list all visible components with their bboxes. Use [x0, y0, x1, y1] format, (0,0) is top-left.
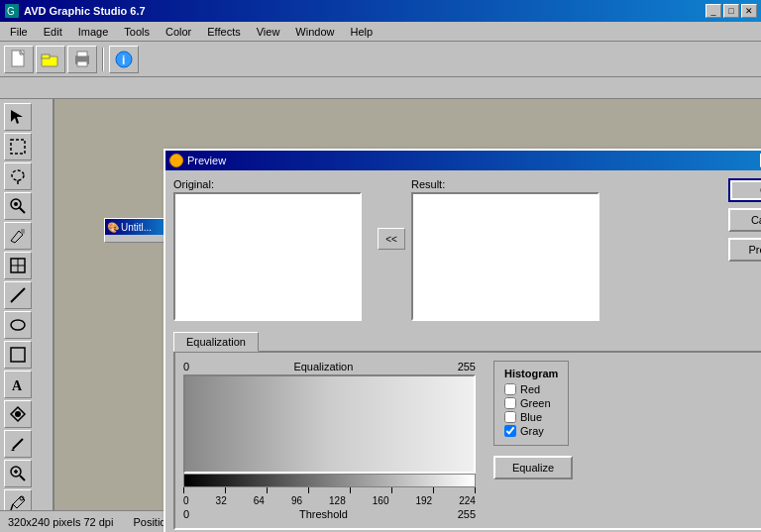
label-gray: Gray: [520, 425, 544, 437]
threshold-row: 0 Threshold 255: [183, 508, 476, 520]
menu-tools[interactable]: Tools: [116, 24, 158, 40]
status-dimensions: 320x240 pixels 72 dpi: [8, 516, 113, 528]
equalize-btn[interactable]: Equalize: [493, 456, 573, 479]
original-panel: Original:: [173, 178, 372, 321]
checkbox-gray-input[interactable]: [504, 425, 516, 437]
tool-pencil[interactable]: [4, 430, 32, 458]
tab-equalization[interactable]: Equalization: [173, 332, 259, 352]
chart-area: 0 Equalization 255: [183, 361, 476, 520]
maximize-btn[interactable]: □: [723, 4, 739, 18]
tool-select-rect[interactable]: [4, 133, 32, 160]
label-red: Red: [520, 383, 540, 395]
menu-view[interactable]: View: [249, 24, 288, 40]
tool-ellipse[interactable]: [4, 311, 32, 339]
menu-window[interactable]: Window: [287, 24, 342, 40]
tick-2: [267, 487, 268, 493]
checkbox-gray: Gray: [504, 425, 558, 437]
scale-bar: [183, 474, 476, 487]
result-canvas: [411, 192, 599, 321]
svg-rect-5: [42, 54, 50, 58]
chart-title: Equalization: [293, 361, 353, 372]
checkbox-green-input[interactable]: [504, 397, 516, 409]
info-btn[interactable]: i: [109, 46, 139, 73]
histogram-title: Histogram: [504, 368, 558, 379]
ok-btn[interactable]: OK: [728, 178, 761, 202]
chart-min: 0: [183, 361, 189, 372]
app-title: AVD Graphic Studio 6.7: [24, 5, 146, 17]
tool-group-3: [4, 222, 49, 279]
svg-marker-29: [11, 449, 15, 451]
app-title-bar: G AVD Graphic Studio 6.7 _ □ ✕: [0, 0, 761, 22]
svg-point-27: [15, 411, 21, 417]
tool-zoom[interactable]: [4, 460, 32, 487]
app-icon: G: [4, 3, 20, 19]
title-bar-left: G AVD Graphic Studio 6.7: [4, 3, 146, 19]
tool-transform[interactable]: [4, 400, 32, 428]
tick-4: [350, 487, 351, 493]
tool-text[interactable]: A: [4, 371, 32, 398]
menu-effects[interactable]: Effects: [199, 24, 248, 40]
tool-effects[interactable]: [4, 252, 32, 279]
svg-point-23: [11, 320, 25, 330]
dialog-title-left: Preview: [169, 154, 226, 167]
tool-paint[interactable]: [4, 222, 32, 250]
tick-3: [308, 487, 309, 493]
dialog-buttons: OK Cancel Preview: [718, 178, 761, 262]
svg-line-22: [11, 288, 25, 302]
threshold-min: 0: [183, 508, 189, 520]
untitled-title: 🎨 Untitl...: [105, 219, 172, 235]
menu-help[interactable]: Help: [342, 24, 380, 40]
minimize-btn[interactable]: _: [706, 4, 721, 18]
apply-arrow-btn[interactable]: <<: [378, 228, 405, 250]
tool-line[interactable]: [4, 281, 32, 309]
preview-dialog-icon: [169, 154, 183, 167]
checkbox-blue-input[interactable]: [504, 411, 516, 423]
close-btn[interactable]: ✕: [741, 4, 757, 18]
svg-text:A: A: [12, 378, 23, 393]
preview-btn[interactable]: Preview: [728, 238, 761, 262]
menu-file[interactable]: File: [2, 24, 36, 40]
untitled-icon: 🎨: [107, 222, 119, 233]
original-canvas: [173, 192, 362, 321]
cancel-btn[interactable]: Cancel: [728, 208, 761, 232]
threshold-max: 255: [458, 508, 476, 520]
tool-lasso[interactable]: [4, 162, 32, 190]
checkbox-red: Red: [504, 383, 558, 395]
tick-6: [433, 487, 434, 493]
tick-0: [183, 487, 184, 493]
print-btn[interactable]: [67, 46, 97, 73]
tick-7: [475, 487, 476, 493]
svg-line-31: [20, 476, 25, 480]
svg-line-28: [13, 439, 23, 449]
arrow-btn-area: <<: [378, 178, 405, 250]
dialog-content: Original: << Result: OK: [165, 170, 761, 532]
svg-text:i: i: [122, 53, 125, 67]
tick-marks: [183, 487, 476, 495]
menu-image[interactable]: Image: [70, 24, 117, 40]
tool-magic-wand[interactable]: [4, 192, 32, 220]
tick-5: [391, 487, 392, 493]
tool-rect[interactable]: [4, 341, 32, 369]
tick-label-1: 32: [216, 495, 227, 506]
svg-marker-11: [11, 110, 23, 124]
label-green: Green: [520, 397, 551, 409]
menu-edit[interactable]: Edit: [36, 24, 70, 40]
menu-bar: File Edit Image Tools Color Effects View…: [0, 22, 761, 42]
tools-sidebar: A: [0, 99, 54, 532]
tick-label-2: 64: [254, 495, 265, 506]
menu-color[interactable]: Color: [158, 24, 199, 40]
result-label: Result:: [411, 178, 599, 190]
original-label: Original:: [173, 178, 372, 190]
tool-selector[interactable]: [4, 103, 32, 131]
secondary-toolbar: [0, 77, 761, 99]
main-area: A: [0, 99, 761, 532]
main-toolbar: i: [0, 42, 761, 77]
checkbox-green: Green: [504, 397, 558, 409]
new-file-btn[interactable]: [4, 46, 34, 73]
preview-dialog[interactable]: Preview _ □ ✕ Original:: [163, 149, 761, 532]
histogram-area: Histogram Red Green: [484, 361, 573, 479]
threshold-label: Threshold: [299, 508, 348, 520]
checkbox-red-input[interactable]: [504, 383, 516, 395]
open-file-btn[interactable]: [36, 46, 65, 73]
title-bar-controls: _ □ ✕: [706, 4, 757, 18]
